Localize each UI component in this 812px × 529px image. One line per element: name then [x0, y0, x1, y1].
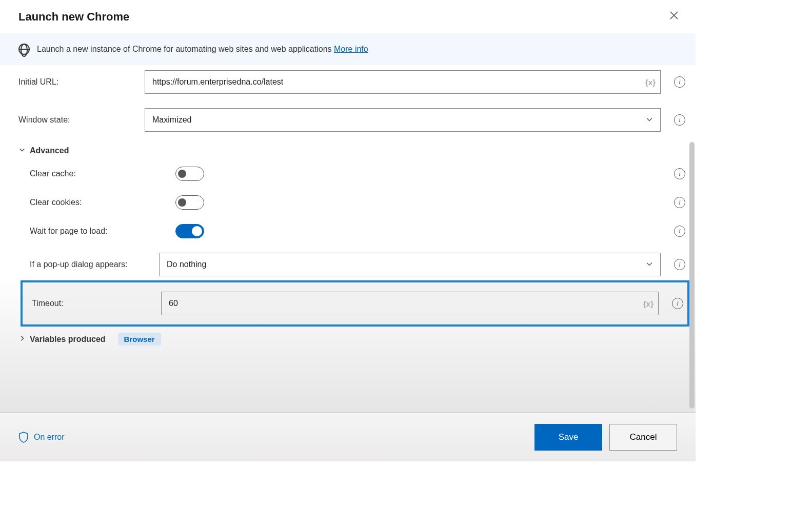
info-icon[interactable]: i: [674, 168, 685, 179]
initial-url-input[interactable]: [145, 70, 661, 94]
popup-label: If a pop-up dialog appears:: [30, 260, 151, 269]
variables-produced-toggle[interactable]: Variables produced Browser: [18, 333, 685, 345]
popup-select[interactable]: [159, 253, 661, 276]
chevron-down-icon: [18, 146, 26, 155]
dialog-header: Launch new Chrome: [0, 0, 696, 33]
clear-cache-label: Clear cache:: [30, 169, 148, 178]
info-icon[interactable]: i: [674, 76, 685, 88]
wait-page-label: Wait for page to load:: [30, 227, 148, 236]
on-error-button[interactable]: On error: [18, 432, 65, 443]
window-state-label: Window state:: [18, 115, 136, 125]
info-icon[interactable]: i: [674, 114, 685, 126]
row-clear-cache: Clear cache: i: [30, 167, 685, 181]
dialog-body: Initial URL: {x} i Window state: i: [0, 65, 696, 412]
info-icon[interactable]: i: [674, 197, 685, 208]
initial-url-label: Initial URL:: [18, 77, 136, 87]
dialog-title: Launch new Chrome: [18, 10, 129, 24]
advanced-contents: Clear cache: i Clear cookies: i Wait for…: [18, 167, 685, 327]
timeout-input[interactable]: [161, 292, 659, 315]
banner-text: Launch a new instance of Chrome for auto…: [37, 45, 368, 54]
globe-icon: [18, 44, 30, 55]
info-icon[interactable]: i: [672, 298, 683, 309]
row-initial-url: Initial URL: {x} i: [18, 70, 685, 94]
row-popup: If a pop-up dialog appears: i: [30, 253, 685, 276]
dialog-footer: On error Save Cancel: [0, 412, 696, 461]
clear-cookies-label: Clear cookies:: [30, 198, 148, 207]
clear-cookies-toggle[interactable]: [175, 195, 204, 210]
variable-browser-pill[interactable]: Browser: [118, 333, 161, 345]
chevron-right-icon: [18, 335, 26, 344]
advanced-label: Advanced: [30, 146, 69, 155]
variables-produced-label: Variables produced: [30, 335, 106, 344]
close-icon: [670, 11, 678, 19]
more-info-link[interactable]: More info: [334, 45, 368, 53]
info-icon[interactable]: i: [674, 259, 685, 270]
close-button[interactable]: [667, 8, 681, 25]
row-clear-cookies: Clear cookies: i: [30, 195, 685, 210]
row-window-state: Window state: i: [18, 108, 685, 132]
wait-page-toggle[interactable]: [175, 224, 204, 238]
advanced-section-toggle[interactable]: Advanced: [18, 146, 685, 155]
on-error-label: On error: [34, 433, 65, 442]
row-timeout: Timeout: {x} i: [23, 292, 683, 315]
info-icon[interactable]: i: [674, 226, 685, 237]
scrollbar[interactable]: [689, 142, 695, 409]
save-button[interactable]: Save: [534, 424, 602, 451]
row-wait-page: Wait for page to load: i: [30, 224, 685, 238]
cancel-button[interactable]: Cancel: [609, 424, 677, 451]
timeout-highlight: Timeout: {x} i: [21, 280, 689, 327]
clear-cache-toggle[interactable]: [175, 167, 204, 181]
timeout-label: Timeout:: [32, 299, 153, 308]
footer-buttons: Save Cancel: [534, 424, 677, 451]
shield-icon: [18, 432, 29, 443]
window-state-select[interactable]: [145, 108, 661, 132]
launch-chrome-dialog: Launch new Chrome Launch a new instance …: [0, 0, 696, 461]
info-banner: Launch a new instance of Chrome for auto…: [0, 33, 696, 65]
